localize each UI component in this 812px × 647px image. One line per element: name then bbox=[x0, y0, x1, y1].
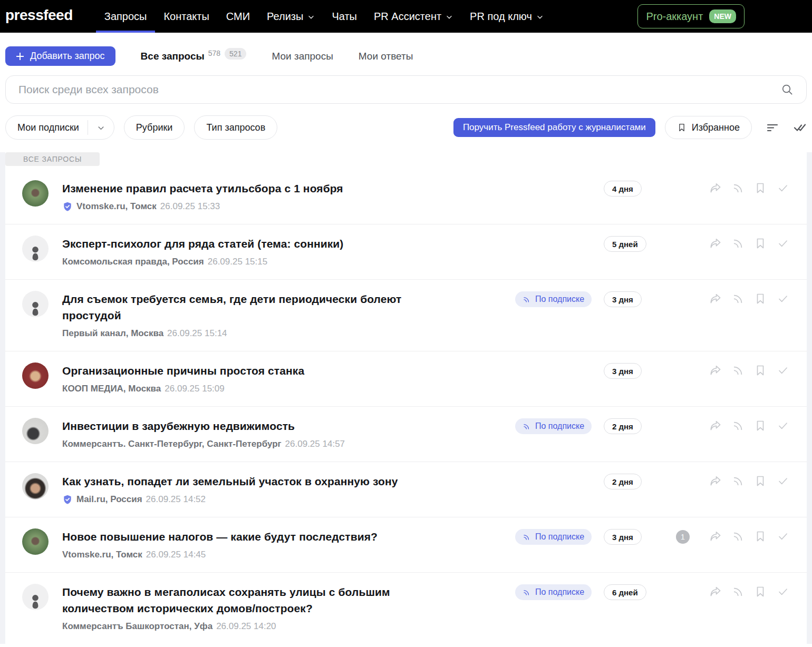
request-row[interactable]: Для съемок требуется семья, где дети пер… bbox=[5, 279, 807, 351]
request-row[interactable]: Эксперт-психолог для ряда статей (тема: … bbox=[5, 224, 807, 279]
bookmark-button[interactable] bbox=[754, 530, 767, 543]
mark-read-button[interactable] bbox=[777, 237, 789, 250]
request-source[interactable]: Коммерсантъ. Санкт-Петербург, Санкт-Пете… bbox=[62, 439, 282, 449]
nav-item-pr-turnkey[interactable]: PR под ключ bbox=[461, 0, 552, 33]
avatar[interactable] bbox=[22, 584, 49, 610]
bookmark-button[interactable] bbox=[754, 419, 767, 432]
hire-pressfeed-button[interactable]: Поручить Pressfeed работу с журналистами bbox=[453, 118, 655, 137]
subscriptions-dropdown-toggle[interactable] bbox=[88, 123, 114, 132]
bookmark-icon bbox=[754, 364, 767, 377]
request-title[interactable]: Как узнать, попадет ли земельный участок… bbox=[62, 473, 463, 489]
share-button[interactable] bbox=[709, 419, 722, 432]
bookmark-button[interactable] bbox=[754, 364, 767, 377]
bookmark-button[interactable] bbox=[754, 475, 767, 487]
nav-item-pr-assistant[interactable]: PR Ассистент bbox=[365, 0, 461, 33]
nav-item-chats[interactable]: Чаты bbox=[323, 0, 365, 33]
share-button[interactable] bbox=[709, 475, 722, 487]
avatar[interactable] bbox=[22, 418, 49, 444]
request-source[interactable]: КООП МЕДИА, Москва bbox=[62, 384, 161, 394]
subscribe-button[interactable] bbox=[732, 530, 745, 543]
subscribe-button[interactable] bbox=[732, 585, 745, 598]
share-button[interactable] bbox=[709, 237, 722, 250]
request-source[interactable]: Первый канал, Москва bbox=[62, 328, 163, 339]
request-row[interactable]: Инвестиции в зарубежную недвижимость Ком… bbox=[5, 406, 807, 462]
mark-read-button[interactable] bbox=[777, 475, 789, 487]
request-title[interactable]: Для съемок требуется семья, где дети пер… bbox=[62, 291, 463, 324]
request-row[interactable]: Как узнать, попадет ли земельный участок… bbox=[5, 462, 807, 517]
share-button[interactable] bbox=[709, 182, 722, 194]
mark-read-button[interactable] bbox=[777, 419, 789, 432]
subscribe-button[interactable] bbox=[732, 364, 745, 377]
sort-button[interactable] bbox=[766, 121, 779, 134]
request-row[interactable]: Новое повышение налогов — какие будут по… bbox=[5, 517, 807, 572]
request-source[interactable]: Коммерсантъ Башкортостан, Уфа bbox=[62, 621, 212, 632]
bookmark-button[interactable] bbox=[754, 237, 767, 250]
days-left-badge: 4 дня bbox=[604, 181, 642, 197]
mark-read-button[interactable] bbox=[777, 182, 789, 194]
subscription-badge[interactable]: По подписке bbox=[515, 291, 592, 307]
nav-item-media[interactable]: СМИ bbox=[218, 0, 258, 33]
tab-my-answers[interactable]: Мои ответы bbox=[359, 51, 413, 62]
pro-account-button[interactable]: Pro-аккаунт NEW bbox=[637, 4, 745, 28]
avatar[interactable] bbox=[22, 528, 49, 555]
bookmark-button[interactable] bbox=[754, 585, 767, 598]
days-col: 3 дня bbox=[604, 291, 656, 307]
rss-icon bbox=[523, 423, 530, 430]
request-source[interactable]: Vtomske.ru, Томск bbox=[62, 550, 142, 560]
request-source[interactable]: Mail.ru, Россия bbox=[76, 494, 142, 505]
request-source[interactable]: Vtomske.ru, Томск bbox=[76, 201, 157, 212]
request-title[interactable]: Новое повышение налогов — какие будут по… bbox=[62, 528, 463, 545]
days-col: 5 дней bbox=[604, 236, 656, 252]
request-title[interactable]: Инвестиции в зарубежную недвижимость bbox=[62, 418, 463, 434]
subscription-badge[interactable]: По подписке bbox=[515, 418, 592, 434]
tab-my-requests[interactable]: Мои запросы bbox=[272, 51, 333, 62]
request-title[interactable]: Эксперт-психолог для ряда статей (тема: … bbox=[62, 236, 463, 252]
request-title[interactable]: Организационные причины простоя станка bbox=[62, 362, 463, 379]
bookmark-button[interactable] bbox=[754, 182, 767, 194]
request-row[interactable]: Почему важно в мегаполисах сохранять ули… bbox=[5, 572, 807, 644]
new-badge: NEW bbox=[709, 9, 736, 23]
filter-request-type[interactable]: Тип запросов bbox=[194, 115, 277, 140]
subscription-badge[interactable]: По подписке bbox=[515, 529, 592, 545]
request-row[interactable]: Изменение правил расчета утильсбора с 1 … bbox=[5, 169, 807, 224]
subscribe-button[interactable] bbox=[732, 292, 745, 305]
filter-my-subscriptions[interactable]: Мои подписки bbox=[5, 115, 114, 140]
request-source[interactable]: Комсомольская правда, Россия bbox=[62, 257, 204, 267]
unread-count-badge[interactable]: 1 bbox=[676, 530, 690, 544]
avatar[interactable] bbox=[22, 180, 49, 207]
share-button[interactable] bbox=[709, 364, 722, 377]
pressfeed-logo[interactable]: pressfeed bbox=[5, 7, 73, 24]
share-button[interactable] bbox=[709, 292, 722, 305]
filter-rubrics[interactable]: Рубрики bbox=[124, 115, 185, 140]
request-title[interactable]: Почему важно в мегаполисах сохранять ули… bbox=[62, 584, 463, 616]
avatar[interactable] bbox=[22, 236, 49, 262]
add-request-button[interactable]: Добавить запрос bbox=[5, 46, 115, 66]
mark-read-button[interactable] bbox=[777, 585, 789, 598]
avatar[interactable] bbox=[22, 362, 49, 389]
search-input[interactable] bbox=[18, 83, 781, 96]
request-title[interactable]: Изменение правил расчета утильсбора с 1 … bbox=[62, 180, 463, 197]
avatar[interactable] bbox=[22, 291, 49, 317]
subscription-label: По подписке bbox=[535, 587, 584, 597]
request-row[interactable]: Организационные причины простоя станка К… bbox=[5, 351, 807, 406]
tab-all-requests[interactable]: Все запросы 578 521 bbox=[141, 51, 247, 62]
share-button[interactable] bbox=[709, 530, 722, 543]
subscribe-button[interactable] bbox=[732, 475, 745, 487]
mark-all-read-button[interactable] bbox=[793, 121, 807, 134]
mark-read-button[interactable] bbox=[777, 292, 789, 305]
nav-item-releases[interactable]: Релизы bbox=[258, 0, 323, 33]
favorites-button[interactable]: Избранное bbox=[665, 116, 752, 139]
mark-read-button[interactable] bbox=[777, 364, 789, 377]
subscribe-button[interactable] bbox=[732, 419, 745, 432]
share-button[interactable] bbox=[709, 585, 722, 598]
avatar[interactable] bbox=[22, 473, 49, 499]
subscribe-button[interactable] bbox=[732, 182, 745, 194]
mark-read-button[interactable] bbox=[777, 530, 789, 543]
bookmark-button[interactable] bbox=[754, 292, 767, 305]
subscribe-button[interactable] bbox=[732, 237, 745, 250]
share-icon bbox=[709, 585, 722, 598]
nav-item-requests[interactable]: Запросы bbox=[96, 0, 156, 33]
nav-item-contacts[interactable]: Контакты bbox=[155, 0, 217, 33]
search-icon[interactable] bbox=[781, 83, 794, 96]
subscription-badge[interactable]: По подписке bbox=[515, 584, 592, 600]
